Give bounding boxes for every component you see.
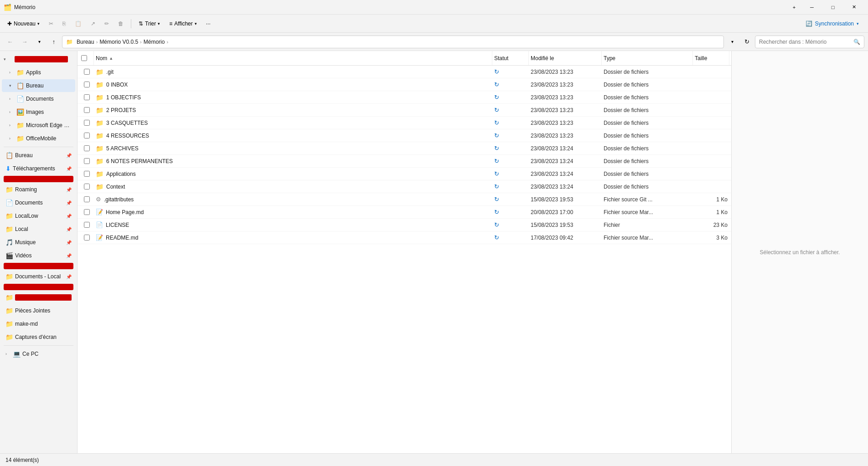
copy-button[interactable]: ⎘: [59, 16, 69, 31]
sidebar-item-redacted-folder[interactable]: 📁: [2, 291, 75, 304]
table-row[interactable]: 📁 Context ↻ 23/08/2023 13:24 Dossier de …: [78, 180, 731, 193]
icon-bureau-pin: 📋: [5, 152, 13, 159]
modifie-cell-8: 23/08/2023 13:24: [529, 171, 602, 177]
select-all-checkbox[interactable]: [81, 55, 87, 61]
sidebar-item-documents-local[interactable]: 📁 Documents - Local 📌: [2, 270, 75, 283]
statut-cell-3: ↻: [492, 107, 529, 113]
new-tab-button[interactable]: +: [787, 0, 801, 15]
sidebar-item-ce-pc[interactable]: › 💻 Ce PC: [2, 348, 75, 360]
taille-cell-11: 1 Ko: [693, 209, 729, 215]
minimize-button[interactable]: ─: [801, 0, 822, 15]
paste-button[interactable]: 📋: [71, 16, 85, 31]
folder-icon-documents: 📄: [16, 95, 24, 102]
row-checkbox-10[interactable]: [79, 196, 94, 202]
maximize-button[interactable]: □: [822, 0, 843, 15]
sync-button[interactable]: 🔄 Synchronisation ▾: [800, 19, 864, 29]
folder-icon: 📁: [96, 119, 103, 127]
pin-icon-documents: 📌: [66, 200, 72, 205]
sidebar-item-local[interactable]: 📁 Local 📌: [2, 223, 75, 236]
recent-button[interactable]: ▾: [33, 36, 46, 48]
forward-button[interactable]: →: [18, 36, 31, 48]
sidebar-item-root[interactable]: ▾: [2, 53, 75, 66]
file-name-7: 6 NOTES PERMANENTES: [106, 158, 173, 164]
sidebar-item-ms-edge[interactable]: › 📁 Microsoft Edge Drop Files: [2, 119, 75, 132]
sidebar-item-images[interactable]: › 🖼️ Images: [2, 106, 75, 118]
sidebar-item-pieces-jointes[interactable]: 📁 Pièces Jointes: [2, 304, 75, 317]
sidebar-item-musique[interactable]: 🎵 Musique 📌: [2, 236, 75, 249]
row-checkbox-3[interactable]: [79, 107, 94, 113]
pin-icon-documents-local: 📌: [66, 274, 72, 279]
type-cell-9: Dossier de fichiers: [602, 184, 693, 190]
row-checkbox-0[interactable]: [79, 69, 94, 75]
separator-1: [131, 19, 131, 28]
back-button[interactable]: ←: [4, 36, 16, 48]
trier-button[interactable]: ⇅ Trier ▾: [135, 16, 164, 31]
row-checkbox-2[interactable]: [79, 94, 94, 100]
search-input[interactable]: [759, 39, 851, 45]
breadcrumb-memorio-v005[interactable]: Mémorio V0.0.5: [99, 39, 138, 45]
sidebar-item-videos[interactable]: 🎬 Vidéos 📌: [2, 249, 75, 262]
breadcrumb[interactable]: 📁 Bureau › Mémorio V0.0.5 › Mémorio ›: [62, 36, 724, 48]
sidebar-item-roaming[interactable]: 📁 Roaming 📌: [2, 183, 75, 196]
table-row[interactable]: 📄 LICENSE ↻ 15/08/2023 19:53 Fichier 23 …: [78, 219, 731, 231]
table-row[interactable]: 📁 6 NOTES PERMANENTES ↻ 23/08/2023 13:24…: [78, 155, 731, 168]
refresh-button[interactable]: ↻: [740, 36, 753, 48]
sidebar-item-applis[interactable]: › 📁 Applis: [2, 66, 75, 79]
col-type[interactable]: Type: [602, 51, 693, 65]
sidebar-item-make-md[interactable]: 📁 make-md: [2, 317, 75, 330]
label-localLow: LocalLow: [15, 213, 64, 219]
afficher-button[interactable]: ≡ Afficher ▾: [165, 16, 200, 31]
table-row[interactable]: 📁 1 OBJECTIFS ↻ 23/08/2023 13:23 Dossier…: [78, 91, 731, 104]
table-row[interactable]: 📁 .git ↻ 23/08/2023 13:23 Dossier de fic…: [78, 66, 731, 78]
sidebar-item-captures[interactable]: 📁 Captures d'écran: [2, 331, 75, 343]
row-checkbox-11[interactable]: [79, 209, 94, 215]
up-button[interactable]: ↑: [47, 36, 60, 48]
row-checkbox-7[interactable]: [79, 158, 94, 164]
sidebar-item-documents-qa[interactable]: 📄 Documents 📌: [2, 196, 75, 209]
table-row[interactable]: 📁 0 INBOX ↻ 23/08/2023 13:23 Dossier de …: [78, 78, 731, 91]
row-checkbox-6[interactable]: [79, 145, 94, 151]
row-checkbox-13[interactable]: [79, 235, 94, 241]
row-checkbox-9[interactable]: [79, 184, 94, 189]
sidebar-item-documents[interactable]: › 📄 Documents: [2, 92, 75, 105]
rename-button[interactable]: ✏: [101, 16, 113, 31]
modifie-cell-5: 23/08/2023 13:23: [529, 133, 602, 139]
table-row[interactable]: ⚙ .gitattributes ↻ 15/08/2023 19:53 Fich…: [78, 193, 731, 206]
table-row[interactable]: 📝 README.md ↻ 17/08/2023 09:42 Fichier s…: [78, 231, 731, 244]
cut-button[interactable]: ✂: [45, 16, 57, 31]
search-box[interactable]: 🔍: [755, 36, 864, 48]
close-button[interactable]: ✕: [843, 0, 864, 15]
more-button[interactable]: ···: [202, 16, 214, 31]
table-row[interactable]: 📁 4 RESSOURCES ↻ 23/08/2023 13:23 Dossie…: [78, 129, 731, 142]
sidebar-pc-section: › 💻 Ce PC: [0, 348, 77, 360]
row-checkbox-4[interactable]: [79, 120, 94, 126]
col-modifie[interactable]: Modifié le: [529, 51, 602, 65]
table-row[interactable]: 📝 Home Page.md ↻ 20/08/2023 17:00 Fichie…: [78, 206, 731, 219]
col-checkbox[interactable]: [79, 51, 94, 65]
col-statut[interactable]: Statut: [492, 51, 529, 65]
breadcrumb-bureau[interactable]: Bureau: [77, 39, 94, 45]
row-checkbox-1[interactable]: [79, 82, 94, 87]
table-row[interactable]: 📁 2 PROJETS ↻ 23/08/2023 13:23 Dossier d…: [78, 104, 731, 117]
col-taille[interactable]: Taille: [693, 51, 729, 65]
table-row[interactable]: 📁 5 ARCHIVES ↻ 23/08/2023 13:24 Dossier …: [78, 142, 731, 155]
type-cell-11: Fichier source Mar...: [602, 209, 693, 215]
table-row[interactable]: 📁 Applications ↻ 23/08/2023 13:24 Dossie…: [78, 168, 731, 180]
icon-documents-qa: 📄: [5, 199, 13, 206]
row-checkbox-8[interactable]: [79, 171, 94, 177]
sidebar-item-bureau[interactable]: ▾ 📋 Bureau: [2, 79, 75, 92]
breadcrumb-memorio[interactable]: Mémorio: [144, 39, 165, 45]
sidebar-item-telechargements[interactable]: ⬇ Téléchargements 📌: [2, 162, 75, 175]
file-md-icon: 📝: [96, 234, 103, 241]
row-checkbox-12[interactable]: [79, 222, 94, 228]
sidebar-item-office-mobile[interactable]: › 📁 OfficeMobile: [2, 132, 75, 145]
col-nom[interactable]: Nom ▲: [94, 51, 492, 65]
row-checkbox-5[interactable]: [79, 133, 94, 138]
table-row[interactable]: 📁 3 CASQUETTES ↻ 23/08/2023 13:23 Dossie…: [78, 117, 731, 129]
address-chevron-button[interactable]: ▾: [726, 36, 739, 48]
delete-button[interactable]: 🗑: [114, 16, 127, 31]
nouveau-button[interactable]: ✚ Nouveau ▾: [4, 16, 43, 31]
share-button[interactable]: ↗: [87, 16, 99, 31]
sidebar-item-bureau-pin[interactable]: 📋 Bureau 📌: [2, 149, 75, 162]
sidebar-item-localLow[interactable]: 📁 LocalLow 📌: [2, 210, 75, 222]
